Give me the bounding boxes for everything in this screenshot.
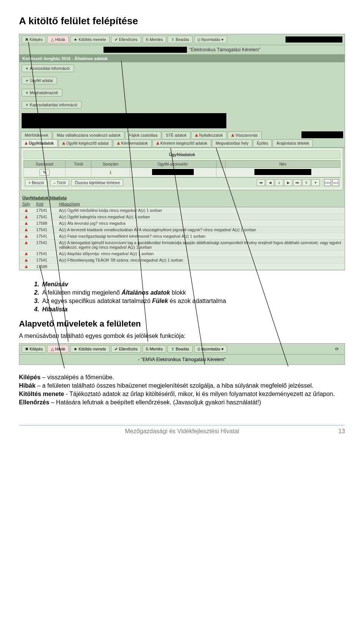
pane-title: Ügyféladatok	[24, 150, 340, 159]
tab[interactable]: Kérelem kiegészítő adatok	[152, 139, 211, 147]
export-xls-icon[interactable]: XLS	[332, 179, 339, 186]
toolbar-icon: ✔	[115, 37, 118, 42]
tab[interactable]: Megvalósítási hely	[212, 139, 252, 147]
warning-icon	[25, 252, 28, 255]
warning-icon	[25, 215, 28, 218]
toolbar-icon: ✖	[25, 347, 28, 351]
screenshot-toolbar: ✖Kilépés△Hibák★Kitöltés menete✔Ellenőrzé…	[19, 343, 345, 365]
error-row: 17541A(z) Ügyfél minősítési kódja nincs …	[19, 207, 345, 214]
definition-item: Kilépés – visszalépés a főmenübe.	[19, 374, 345, 381]
expand-panel-button[interactable]: +Meghatalmazott	[22, 89, 62, 96]
warning-icon	[156, 142, 159, 145]
toolbar-button[interactable]: △Hibák	[47, 36, 69, 43]
list-item: 3.Az egyes specifikus adatokat tartalmaz…	[34, 298, 345, 305]
tab[interactable]: Ügyfél kiegészítő adatai	[58, 139, 112, 147]
error-row: 17588	[19, 264, 345, 270]
plus-icon: +	[26, 90, 28, 95]
section-heading-operations: Alapvető műveletek a felületen	[19, 319, 345, 329]
warning-icon	[195, 134, 198, 137]
error-column-header: Súly	[19, 201, 33, 207]
tab[interactable]: Mérföldkövek	[21, 131, 52, 139]
error-row: 17541A(z) A tervezett kiadások vonatkozá…	[19, 227, 345, 233]
toolbar-icon: △	[51, 37, 54, 42]
error-column-header: Kód	[33, 201, 56, 207]
toolbar-icon: △	[51, 347, 54, 351]
refresh-icon[interactable]: ⟳	[335, 347, 339, 352]
expand-panel-button[interactable]: +Azonosítási információ	[22, 65, 74, 72]
expand-panel-button[interactable]: +Kapcsolattartási információ	[22, 101, 82, 109]
tab[interactable]: Fájlok csatolása	[125, 131, 161, 139]
definition-item: Hibák – a felületen található összes hib…	[19, 382, 345, 389]
toolbar-button[interactable]: ⎘Mentés	[143, 345, 166, 353]
tab-content: Ügyféladatok SzerkesztTörölSorszámÜgyfél…	[21, 148, 343, 190]
redacted	[152, 169, 194, 175]
pager-first[interactable]: ⏮	[257, 179, 265, 186]
clear-all-button[interactable]: Összes kijelölése törlésre	[71, 179, 123, 186]
pager-next[interactable]: ▶	[284, 179, 292, 186]
error-row: 17588A(z) Áfa levonási jog? nincs megadv…	[19, 220, 345, 227]
list-item: 4.Hibalista	[34, 306, 345, 313]
pager-last[interactable]: ⏭	[293, 179, 301, 186]
table-footer: + Beszúr – Töröl Összes kijelölése törlé…	[24, 177, 340, 188]
pager-page[interactable]: 1	[275, 179, 283, 186]
toolbar-button[interactable]: ⎘Mentés	[143, 36, 166, 43]
tab[interactable]: Árajánlatos tételek	[273, 139, 313, 147]
pager-size[interactable]: 5	[302, 179, 311, 186]
export-csv-icon[interactable]: CSV	[324, 179, 331, 186]
toolbar-button[interactable]: ⇧Beadás	[168, 345, 193, 353]
tab[interactable]: Ügyféladatok	[21, 139, 58, 147]
warning-icon	[25, 265, 28, 268]
warning-icon	[25, 142, 28, 145]
tab[interactable]: Visszavonás	[228, 131, 262, 139]
warning-icon	[25, 209, 28, 212]
warning-icon	[25, 235, 28, 238]
column-header: Szerkeszt	[24, 161, 66, 168]
page-title: A kitöltő felület felépítése	[19, 15, 345, 27]
plus-icon: +	[26, 78, 28, 83]
tab[interactable]: Kérelemadatok	[113, 139, 152, 147]
screenshot-main-ui: ✖Kilépés△Hibák★Kitöltés menete✔Ellenőrzé…	[19, 34, 345, 270]
toolbar-button[interactable]: ✔Ellenőrzés	[111, 36, 141, 43]
toolbar-button[interactable]: ✖Kilépés	[22, 345, 46, 353]
redacted-block	[22, 113, 226, 128]
toolbar: ✖Kilépés△Hibák★Kitöltés menete✔Ellenőrzé…	[19, 34, 345, 45]
toolbar-button[interactable]: ★Kitöltés menete	[70, 345, 109, 353]
insert-button[interactable]: + Beszúr	[25, 179, 48, 186]
column-header: Név	[226, 161, 340, 168]
definition-item: Ellenőrzés – Hatására lefutnak a beépíte…	[19, 399, 345, 406]
toolbar-icon: ✔	[115, 347, 118, 351]
subheader-text: "Elektronikus Támogatási Kérelem"	[189, 47, 260, 52]
toolbar-button[interactable]: ✔Ellenőrzés	[111, 345, 141, 353]
toolbar-button[interactable]: ⇧Beadás	[168, 36, 193, 43]
toolbar-button[interactable]: ✖Kilépés	[22, 36, 46, 43]
error-table: SúlyKódHibaszöveg 17541A(z) Ügyfél minős…	[19, 201, 345, 270]
footer-org: Mezőgazdasági és Vidékfejlesztési Hivata…	[125, 428, 239, 435]
toolbar-icon: ⇧	[171, 347, 174, 351]
pager-prev[interactable]: ◀	[266, 179, 274, 186]
annotation-list: 1.Menüsáv2.A felületen mindig megjelenő …	[34, 281, 345, 313]
tab[interactable]: Nyilatkozatok	[191, 131, 226, 139]
warning-icon	[25, 222, 28, 225]
toolbar-button[interactable]: △Hibák	[47, 345, 69, 353]
definitions: Kilépés – visszalépés a főmenübe.Hibák –…	[19, 374, 345, 406]
error-column-header: Hibaszöveg	[56, 201, 345, 207]
delete-button[interactable]: – Töröl	[50, 179, 69, 186]
tab[interactable]: Építés	[253, 139, 272, 147]
warning-icon	[25, 228, 28, 231]
expand-panel-button[interactable]: +Ügyfél adatai	[22, 77, 57, 84]
pager-size-dd[interactable]: ▾	[311, 179, 320, 186]
toolbar-icon: ⇧	[171, 37, 174, 42]
warning-icon	[231, 134, 234, 137]
toolbar-button[interactable]: ★Kitöltés menete	[70, 36, 109, 43]
edit-button[interactable]: ✎	[39, 169, 50, 176]
toolbar-button[interactable]: ⎙Nyomtatás ▾	[194, 345, 227, 353]
column-header: Sorszám	[91, 161, 130, 168]
tab[interactable]: Más vállalkozásra vonatkozó adatok	[53, 131, 124, 139]
plus-icon: +	[26, 66, 28, 71]
section-title: Kertészeti üvegház 2016 - Általános adat…	[19, 55, 345, 62]
definition-item: Kitöltés menete - Tájékoztató adatok az …	[19, 391, 345, 398]
error-row: 17541A(z) Főtevékenység TEÁOR '08 száma:…	[19, 257, 345, 264]
toolbar-button[interactable]: ⎙Nyomtatás ▾	[194, 36, 227, 43]
warning-icon	[25, 259, 28, 262]
tab[interactable]: STÉ adatok	[162, 131, 190, 139]
